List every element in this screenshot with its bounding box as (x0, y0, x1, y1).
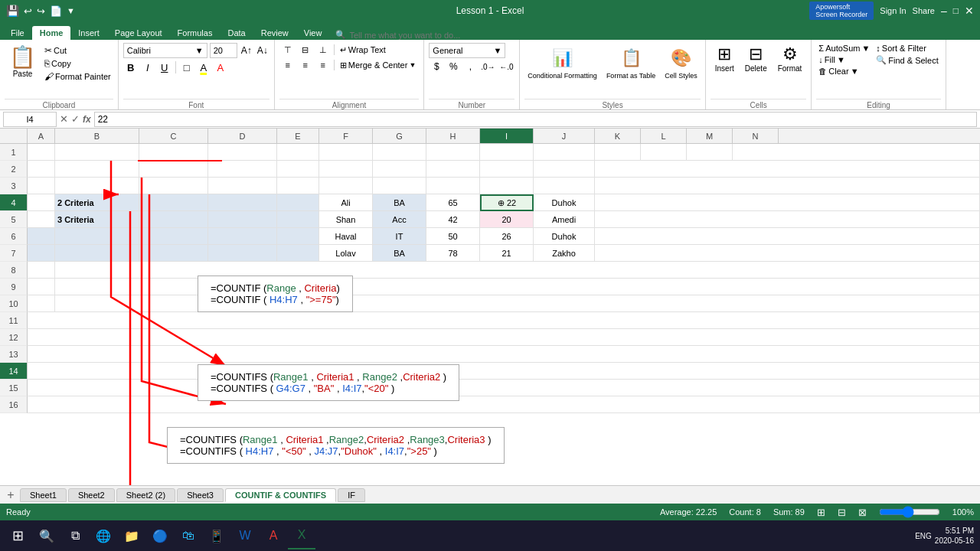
col-header-c[interactable]: C (139, 129, 208, 143)
view-page-btn[interactable]: ⊠ (858, 507, 867, 518)
cell-b3[interactable] (55, 178, 139, 194)
close-btn[interactable]: ✕ (965, 5, 974, 17)
cell-b2[interactable] (55, 161, 139, 178)
cell-g1[interactable] (373, 144, 426, 161)
minimize-btn[interactable]: – (941, 5, 947, 17)
dec-increase-btn[interactable]: .0→ (479, 60, 496, 73)
row-header[interactable]: 6 (0, 228, 28, 245)
cell-j7[interactable]: Zakho (534, 245, 595, 262)
cell-d3[interactable] (208, 178, 277, 194)
search-taskbar-btn[interactable]: 🔍 (33, 522, 60, 549)
col-header-a[interactable]: A (28, 129, 55, 143)
find-select-btn[interactable]: 🔍Find & Select (874, 54, 940, 66)
fx-icon[interactable]: fx (83, 114, 91, 125)
row-header[interactable]: 16 (0, 396, 28, 413)
row-header[interactable]: 2 (0, 161, 28, 178)
cell-k1[interactable] (595, 144, 641, 161)
cell-d5[interactable] (208, 211, 277, 228)
cell-d2[interactable] (208, 161, 277, 178)
cell-d7[interactable] (208, 245, 277, 262)
cell-b10[interactable] (55, 295, 980, 312)
col-header-e[interactable]: E (277, 129, 319, 143)
cell-g7[interactable]: BA (373, 245, 426, 262)
cell-j4[interactable]: Duhok (534, 194, 595, 211)
paste-button[interactable]: 📋 Paste (5, 43, 41, 80)
cell-f6[interactable]: Haval (319, 228, 373, 245)
cell-a8[interactable] (28, 262, 55, 279)
taskbar-viber[interactable]: 📱 (203, 522, 230, 549)
cell-i1[interactable] (480, 144, 534, 161)
sort-filter-btn[interactable]: ↕Sort & Filter (874, 43, 940, 54)
cell-k2[interactable] (595, 161, 980, 178)
col-header-m[interactable]: M (687, 129, 733, 143)
cell-c4[interactable] (139, 194, 208, 211)
row-header[interactable]: 10 (0, 295, 28, 312)
col-header-n[interactable]: N (733, 129, 779, 143)
cell-a5[interactable] (28, 211, 55, 228)
save-icon[interactable]: 💾 (6, 5, 19, 17)
start-btn[interactable]: ⊞ (3, 521, 32, 550)
ribbon-search[interactable] (346, 31, 499, 40)
cell-l1[interactable] (641, 144, 687, 161)
redo-icon[interactable]: ↪ (37, 5, 45, 17)
cell-f3[interactable] (319, 178, 373, 194)
number-format-select[interactable]: General▼ (429, 43, 505, 58)
cell-e5[interactable] (277, 211, 319, 228)
tray-keyboard[interactable]: ENG (915, 532, 932, 540)
new-file-icon[interactable]: 📄 (50, 5, 62, 17)
cell-e7[interactable] (277, 245, 319, 262)
signin-btn[interactable]: Sign In (880, 6, 906, 15)
cell-a7[interactable] (28, 245, 55, 262)
cell-j5[interactable]: Amedi (534, 211, 595, 228)
cell-h5[interactable]: 42 (426, 211, 480, 228)
format-painter-button[interactable]: 🖌Format Painter (42, 70, 113, 83)
row-header[interactable]: 4 (0, 194, 28, 211)
row-header[interactable]: 9 (0, 279, 28, 295)
cell-f5[interactable]: Shan (319, 211, 373, 228)
cell-f4[interactable]: Ali (319, 194, 373, 211)
wrap-text-btn[interactable]: ↵Wrap Text (337, 44, 389, 57)
cancel-formula-icon[interactable]: ✕ (60, 113, 68, 125)
align-center-btn[interactable]: ≡ (297, 58, 314, 72)
cell-b8[interactable] (55, 262, 980, 279)
decrease-font-btn[interactable]: A↓ (256, 44, 270, 57)
cell-h6[interactable]: 50 (426, 228, 480, 245)
copy-button[interactable]: ⎘Copy (42, 57, 113, 70)
cell-b7[interactable] (55, 245, 139, 262)
cell-j6[interactable]: Duhok (534, 228, 595, 245)
cell-d4[interactable] (208, 194, 277, 211)
tab-page-layout[interactable]: Page Layout (107, 26, 170, 40)
row-header[interactable]: 11 (0, 312, 28, 329)
taskbar-file-explorer[interactable]: 📁 (118, 522, 145, 549)
col-header-g[interactable]: G (373, 129, 426, 143)
tab-formulas[interactable]: Formulas (170, 26, 220, 40)
cell-c7[interactable] (139, 245, 208, 262)
delete-btn[interactable]: ⊟ Delete (740, 43, 772, 74)
cell-a15[interactable] (28, 380, 980, 396)
cell-i6[interactable]: 26 (480, 228, 534, 245)
add-sheet-btn[interactable]: + (3, 487, 18, 503)
cell-n1[interactable] (733, 144, 980, 161)
cell-g6[interactable]: IT (373, 228, 426, 245)
dec-decrease-btn[interactable]: ←.0 (498, 60, 514, 73)
row-header[interactable]: 1 (0, 144, 28, 161)
border-btn[interactable]: □ (179, 60, 194, 75)
cell-e6[interactable] (277, 228, 319, 245)
cell-b9[interactable] (55, 279, 980, 295)
format-btn[interactable]: ⚙ Format (773, 43, 807, 74)
cell-k6[interactable] (595, 228, 980, 245)
cut-button[interactable]: ✂Cut (42, 44, 113, 57)
share-btn[interactable]: Share (913, 6, 935, 15)
cell-g2[interactable] (373, 161, 426, 178)
cell-k7[interactable] (595, 245, 980, 262)
cell-h7[interactable]: 78 (426, 245, 480, 262)
col-header-f[interactable]: F (319, 129, 373, 143)
row-header[interactable]: 12 (0, 329, 28, 346)
cell-i3[interactable] (480, 178, 534, 194)
col-header-b[interactable]: B (55, 129, 139, 143)
dollar-btn[interactable]: $ (429, 60, 444, 73)
col-header-d[interactable]: D (208, 129, 277, 143)
cell-i4[interactable]: ⊕ 22 (480, 194, 534, 211)
row-header[interactable]: 13 (0, 346, 28, 363)
sheet-tab-if[interactable]: IF (338, 488, 365, 502)
